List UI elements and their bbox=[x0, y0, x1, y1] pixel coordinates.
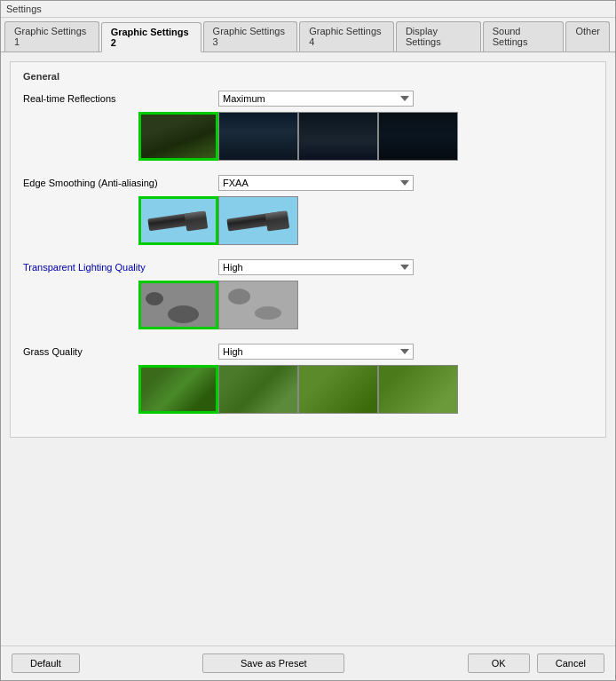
antialiasing-preview-strip bbox=[138, 196, 593, 245]
grass-quality-select[interactable]: Off Low Medium High bbox=[218, 344, 414, 360]
content-area: General Real-time Reflections Off Low Me… bbox=[1, 52, 615, 645]
reflections-dropdown-container: Off Low Medium High Maximum bbox=[218, 91, 593, 107]
reflections-preview-2[interactable] bbox=[298, 112, 378, 161]
reflections-label: Real-time Reflections bbox=[23, 93, 218, 104]
window-title: Settings bbox=[6, 4, 42, 14]
footer: Default Save as Preset OK Cancel bbox=[1, 645, 615, 680]
transparent-lighting-setting: Transparent Lighting Quality Off Low Med… bbox=[23, 259, 593, 329]
tab-sound[interactable]: Sound Settings bbox=[483, 21, 565, 51]
ok-button[interactable]: OK bbox=[468, 653, 530, 673]
save-preset-button[interactable]: Save as Preset bbox=[202, 653, 344, 673]
reflections-preview-3[interactable] bbox=[378, 112, 458, 161]
grass-quality-label: Grass Quality bbox=[23, 346, 218, 357]
transparent-lighting-preview-0[interactable] bbox=[138, 281, 218, 329]
tab-graphic1[interactable]: Graphic Settings 1 bbox=[4, 21, 99, 51]
grass-quality-preview-3[interactable] bbox=[378, 365, 458, 414]
antialiasing-select[interactable]: Off FXAA MSAA 2x MSAA 4x MSAA 8x bbox=[218, 175, 414, 191]
general-section: General Real-time Reflections Off Low Me… bbox=[10, 61, 606, 438]
grass-quality-preview-strip bbox=[138, 365, 593, 414]
grass-quality-setting: Grass Quality Off Low Medium High bbox=[23, 344, 593, 414]
tab-bar: Graphic Settings 1 Graphic Settings 2 Gr… bbox=[1, 18, 615, 52]
transparent-lighting-label: Transparent Lighting Quality bbox=[23, 262, 218, 273]
tab-display[interactable]: Display Settings bbox=[396, 21, 481, 51]
tab-graphic3[interactable]: Graphic Settings 3 bbox=[203, 21, 298, 51]
transparent-lighting-select[interactable]: Off Low Medium High bbox=[218, 259, 414, 275]
reflections-preview-strip bbox=[138, 112, 593, 161]
tab-graphic4[interactable]: Graphic Settings 4 bbox=[299, 21, 394, 51]
section-label: General bbox=[23, 71, 593, 82]
title-bar: Settings bbox=[1, 1, 615, 18]
grass-quality-header: Grass Quality Off Low Medium High bbox=[23, 344, 593, 360]
reflections-header: Real-time Reflections Off Low Medium Hig… bbox=[23, 91, 593, 107]
antialiasing-header: Edge Smoothing (Anti-aliasing) Off FXAA … bbox=[23, 175, 593, 191]
footer-right: OK Cancel bbox=[468, 653, 604, 673]
reflections-select[interactable]: Off Low Medium High Maximum bbox=[218, 91, 414, 107]
antialiasing-setting: Edge Smoothing (Anti-aliasing) Off FXAA … bbox=[23, 175, 593, 245]
cancel-button[interactable]: Cancel bbox=[537, 653, 604, 673]
reflections-preview-0[interactable] bbox=[138, 112, 218, 161]
tab-graphic2[interactable]: Graphic Settings 2 bbox=[101, 22, 201, 52]
antialiasing-dropdown-container: Off FXAA MSAA 2x MSAA 4x MSAA 8x bbox=[218, 175, 593, 191]
default-button[interactable]: Default bbox=[12, 653, 80, 673]
antialiasing-preview-0[interactable] bbox=[138, 196, 218, 245]
footer-center: Save as Preset bbox=[202, 653, 344, 673]
reflections-setting: Real-time Reflections Off Low Medium Hig… bbox=[23, 91, 593, 161]
settings-window: Settings Graphic Settings 1 Graphic Sett… bbox=[0, 0, 616, 681]
antialiasing-label: Edge Smoothing (Anti-aliasing) bbox=[23, 178, 218, 188]
footer-left: Default bbox=[12, 653, 80, 673]
grass-quality-preview-0[interactable] bbox=[138, 365, 218, 414]
tab-other[interactable]: Other bbox=[565, 21, 610, 51]
reflections-preview-1[interactable] bbox=[218, 112, 298, 161]
grass-quality-preview-1[interactable] bbox=[218, 365, 298, 414]
grass-quality-dropdown-container: Off Low Medium High bbox=[218, 344, 593, 360]
grass-quality-preview-2[interactable] bbox=[298, 365, 378, 414]
transparent-lighting-header: Transparent Lighting Quality Off Low Med… bbox=[23, 259, 593, 275]
transparent-lighting-preview-strip bbox=[138, 281, 593, 329]
transparent-lighting-dropdown-container: Off Low Medium High bbox=[218, 259, 593, 275]
antialiasing-preview-1[interactable] bbox=[218, 196, 298, 245]
transparent-lighting-preview-1[interactable] bbox=[218, 281, 298, 329]
